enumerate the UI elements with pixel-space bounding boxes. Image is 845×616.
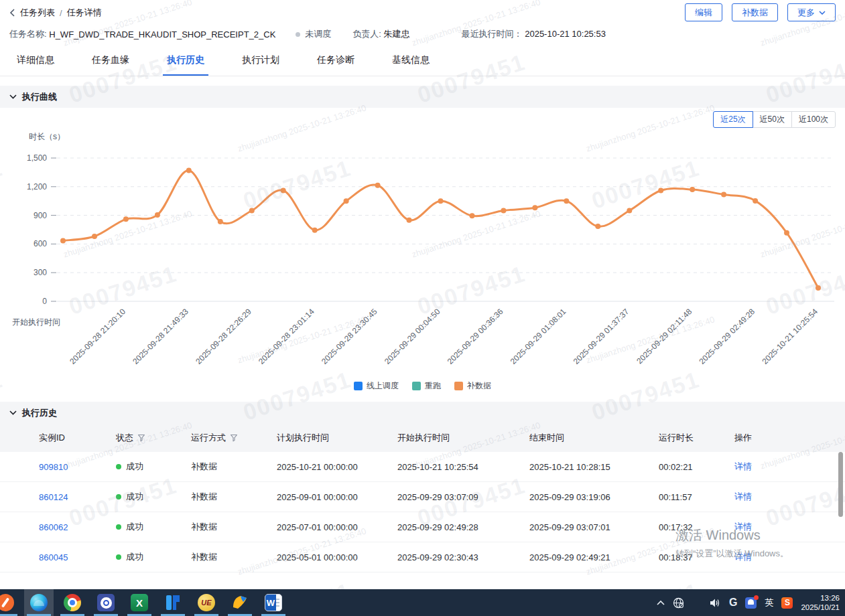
instance-id-link[interactable]: 860062 [39,522,116,532]
range-last-25[interactable]: 近25次 [713,111,753,128]
backfill-button[interactable]: 补数据 [732,3,778,21]
watermark-id-text: 00079451 [0,0,6,3]
range-last-50[interactable]: 近50次 [753,111,792,128]
history-section-title: 执行历史 [22,407,57,419]
taskbar-clock[interactable]: 13:26 2025/10/21 [801,593,840,612]
tab-lineage[interactable]: 任务血缘 [92,44,129,76]
data-point [721,192,726,198]
row-status: 成功 [116,521,191,533]
svg-text:2025-09-29 01:08:01: 2025-09-29 01:08:01 [509,307,568,366]
detail-link[interactable]: 详情 [734,461,845,473]
instance-id-link[interactable]: 909810 [39,462,116,472]
instance-id-link[interactable]: 860045 [39,552,116,562]
cell-run-mode: 补数据 [191,551,277,563]
cell-start-time: 2025-10-21 10:25:54 [397,462,529,472]
more-button[interactable]: 更多 [787,3,836,21]
bell-app-icon[interactable] [745,597,757,609]
app-tiles-icon[interactable] [692,598,702,607]
clock-time: 13:26 [801,593,840,603]
blue-f-app-icon[interactable] [158,589,188,616]
tab-detail-info[interactable]: 详细信息 [17,44,54,76]
table-scrollbar[interactable] [838,452,843,517]
data-point [532,205,537,210]
legend-item[interactable]: 线上调度 [354,380,399,392]
history-section-header[interactable]: 执行历史 [0,402,845,424]
legend-item[interactable]: 补数据 [454,380,491,392]
breadcrumb-task-detail: 任务详情 [67,7,102,19]
range-last-100[interactable]: 近100次 [791,111,836,128]
cell-plan-time: 2025-07-01 00:00:00 [277,522,397,532]
cell-duration: 00:17:32 [659,522,734,532]
detail-link[interactable]: 详情 [734,551,845,563]
svg-text:开始执行时间: 开始执行时间 [12,317,60,327]
cell-plan-time: 2025-09-01 00:00:00 [277,492,397,502]
tab-baseline-info[interactable]: 基线信息 [392,44,430,76]
svg-text:2025-09-29 00:04:50: 2025-09-29 00:04:50 [383,307,442,366]
excel-icon[interactable]: X [125,589,154,616]
g-app-icon[interactable]: G [729,597,737,609]
data-point [218,219,223,224]
curve-section-header[interactable]: 执行曲线 [0,86,845,108]
table-row: 860124成功补数据2025-09-01 00:00:002025-09-29… [0,482,845,512]
task-info-row: 任务名称: H_WF_DWD_TRADE_HKAUDIT_SHOP_RECEIP… [9,27,671,41]
tab-task-diagnosis[interactable]: 任务诊断 [317,44,354,76]
ultraedit-icon[interactable]: UE [192,589,221,616]
filter-icon[interactable] [230,434,238,442]
svg-text:0: 0 [42,297,47,306]
pen-app-icon[interactable] [0,589,20,616]
success-dot [116,494,121,499]
legend-item[interactable]: 重跑 [412,380,441,392]
task-name: H_WF_DWD_TRADE_HKAUDIT_SHOP_RECEIPT_2_CK [49,29,275,40]
svg-text:900: 900 [34,211,47,220]
history-table-header: 实例ID 状态 运行方式 计划执行时间 开始执行时间 结束时间 运行时长 操作 [0,424,845,452]
tab-execution-plan[interactable]: 执行计划 [242,44,279,76]
chart-legend: 线上调度重跑补数据 [0,380,845,392]
col-status: 状态 [116,432,191,444]
tab-execution-history[interactable]: 执行历史 [167,44,204,76]
data-point [690,187,695,192]
cell-run-mode: 补数据 [191,521,277,533]
status-dot [296,32,300,37]
edit-button[interactable]: 编辑 [685,3,722,21]
col-start-time: 开始执行时间 [397,432,529,444]
blue-circle-app-icon[interactable] [91,589,121,616]
detail-link[interactable]: 详情 [734,491,845,503]
data-point [186,168,192,173]
sogou-icon[interactable]: S [781,597,793,609]
detail-link[interactable]: 详情 [734,521,845,533]
cell-start-time: 2025-09-29 03:07:09 [397,492,529,502]
status-text: 成功 [126,491,143,503]
legend-swatch [454,382,463,390]
network-globe-icon[interactable] [673,597,684,609]
success-dot [116,524,121,530]
back-chevron-icon[interactable] [9,9,15,17]
tab-bar: 详细信息 任务血缘 执行历史 执行计划 任务诊断 基线信息 [0,44,845,76]
cell-duration: 00:18:37 [659,552,734,562]
cell-start-time: 2025-09-29 02:49:28 [397,522,529,532]
chevron-down-icon [819,11,826,15]
svg-text:时长（s）: 时长（s） [29,132,65,141]
cell-end-time: 2025-09-29 02:49:21 [529,552,659,562]
tray-expand-icon[interactable] [657,600,665,605]
col-run-mode: 运行方式 [191,432,277,444]
instance-id-link[interactable]: 860124 [39,492,116,502]
volume-icon[interactable] [710,598,721,608]
data-point [438,198,444,204]
table-row: 860062成功补数据2025-07-01 00:00:002025-09-29… [0,512,845,542]
data-point [123,216,129,222]
execution-curve-chart[interactable]: 03006009001,2001,5002025-09-28 21:20:102… [0,108,845,398]
svg-text:2025-09-28 21:20:10: 2025-09-28 21:20:10 [68,307,127,366]
data-point [627,208,632,214]
history-table-body: 909810成功补数据2025-10-21 00:00:002025-10-21… [0,452,845,572]
svg-text:2025-09-29 01:37:37: 2025-09-29 01:37:37 [572,307,631,366]
svg-text:2025-09-28 23:30:45: 2025-09-28 23:30:45 [320,307,379,366]
filter-icon[interactable] [137,434,145,442]
breadcrumb-task-list[interactable]: 任务列表 [20,7,55,19]
chrome-browser-icon[interactable] [58,589,87,616]
ime-indicator[interactable]: 英 [765,597,773,609]
edge-browser-icon[interactable] [24,589,54,616]
taskbar-apps: X UE W [0,589,292,616]
word-icon[interactable]: W [259,589,288,616]
mail-app-icon[interactable] [225,589,255,616]
status-text: 成功 [126,461,143,473]
